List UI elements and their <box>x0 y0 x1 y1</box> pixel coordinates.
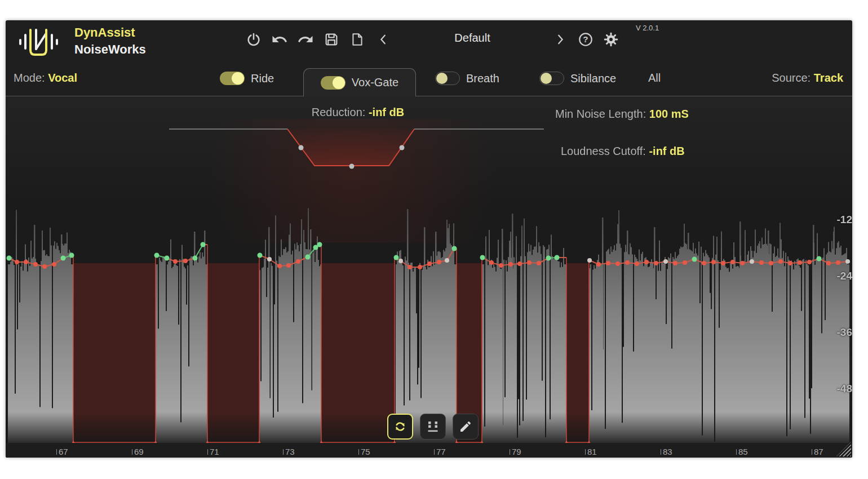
db-label: -24 <box>829 270 852 282</box>
power-icon[interactable] <box>245 29 263 50</box>
time-tick: 67 <box>56 446 68 455</box>
brand-text: DynAssist NoiseWorks <box>74 24 146 57</box>
next-preset-icon[interactable] <box>551 29 569 50</box>
tab-vox-gate[interactable]: Vox-Gate <box>303 68 416 96</box>
mode-label: Mode: Vocal <box>14 72 77 85</box>
tab-all[interactable]: All <box>648 72 661 85</box>
preset-name[interactable]: Default <box>433 32 512 45</box>
loudness-cutoff-value: -inf dB <box>649 145 684 157</box>
sibilance-label: Sibilance <box>570 72 616 85</box>
breath-switch[interactable] <box>435 72 460 85</box>
time-tick: 69 <box>132 446 144 455</box>
header-right-controls: ? <box>551 29 620 50</box>
brand-logo <box>17 25 65 60</box>
mode-row: Mode: Vocal Ride Vox-Gate Breath Sibilan… <box>6 63 852 96</box>
waveform-editor[interactable] <box>6 96 852 458</box>
version-label: V 2.0.1 <box>636 24 659 32</box>
db-label: -12 <box>829 214 852 226</box>
time-tick: 79 <box>510 446 521 455</box>
settings-gear-icon[interactable] <box>602 29 620 50</box>
time-tick: 73 <box>283 446 295 455</box>
save-icon[interactable] <box>322 29 340 50</box>
time-tick: 83 <box>661 446 672 455</box>
source-label: Source: Track <box>772 72 843 85</box>
time-tick: 75 <box>358 446 370 455</box>
min-noise-readout[interactable]: Min Noise Length: 100 mS <box>555 108 689 121</box>
app-name: DynAssist <box>74 24 146 41</box>
ride-switch[interactable] <box>220 72 245 85</box>
header: DynAssist NoiseWorks <box>6 20 852 63</box>
time-tick: 85 <box>736 446 748 455</box>
main-display: Reduction: -inf dB Min Noise Length: 100… <box>6 96 852 458</box>
help-icon[interactable]: ? <box>577 29 595 50</box>
undo-icon[interactable] <box>271 29 289 50</box>
vox-gate-switch[interactable] <box>321 76 346 90</box>
time-tick: 87 <box>812 446 823 455</box>
screenshot-page: DynAssist NoiseWorks <box>0 0 868 479</box>
time-tick: 77 <box>434 446 446 455</box>
sibilance-toggle[interactable]: Sibilance <box>539 72 616 85</box>
auto-reanalyze-button[interactable] <box>387 414 413 440</box>
redo-icon[interactable] <box>296 29 315 50</box>
mode-value: Vocal <box>48 72 77 84</box>
robot-face-icon <box>425 419 441 434</box>
waveform-buttons <box>387 414 479 440</box>
toolbar <box>245 29 392 50</box>
time-axis: 6769717375777981838587 <box>6 443 852 458</box>
db-label: -36 <box>829 326 852 339</box>
time-tick: 71 <box>207 446 219 455</box>
svg-text:?: ? <box>583 34 588 44</box>
min-noise-value: 100 mS <box>649 108 689 120</box>
loudness-cutoff-readout[interactable]: Loudness Cutoff: -inf dB <box>561 145 685 158</box>
gate-face-button[interactable] <box>420 414 446 440</box>
ride-label: Ride <box>251 72 274 85</box>
time-tick: 81 <box>585 446 597 455</box>
edit-pencil-button[interactable] <box>453 414 479 440</box>
reduction-value: -inf dB <box>369 106 404 118</box>
new-preset-icon[interactable] <box>348 29 366 50</box>
breath-label: Breath <box>466 72 499 85</box>
db-label: -48 <box>829 383 852 395</box>
ride-toggle[interactable]: Ride <box>220 72 274 85</box>
vox-gate-label: Vox-Gate <box>352 76 398 89</box>
sibilance-switch[interactable] <box>539 72 564 85</box>
company-name: NoiseWorks <box>74 41 146 58</box>
pencil-icon <box>459 420 472 433</box>
plugin-window: DynAssist NoiseWorks <box>6 20 852 458</box>
refresh-icon <box>393 419 408 434</box>
reduction-readout: Reduction: -inf dB <box>312 106 405 119</box>
prev-preset-icon[interactable] <box>374 29 392 50</box>
source-value[interactable]: Track <box>814 72 843 84</box>
breath-toggle[interactable]: Breath <box>435 72 499 85</box>
